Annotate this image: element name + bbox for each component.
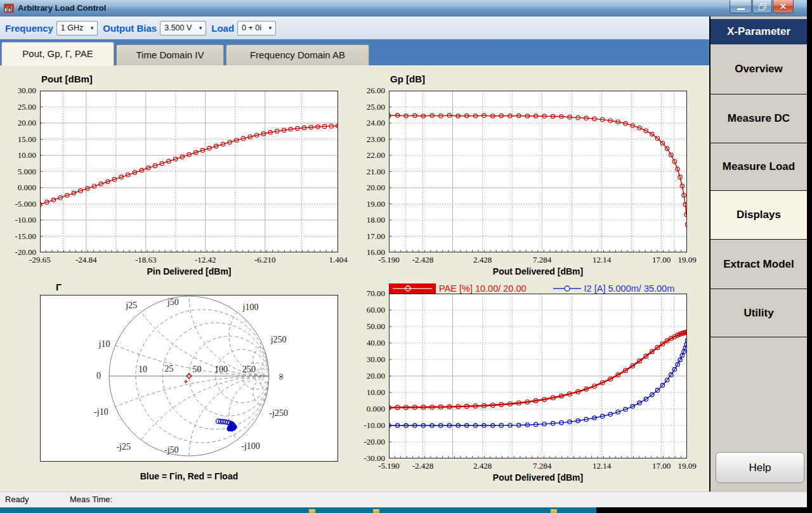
status-meas-time: Meas Time: [70, 495, 112, 504]
y-tick-label: 25.00 [1, 102, 36, 112]
smith-grid-label: j25 [126, 301, 137, 311]
y-tick-label: 40.00 [350, 338, 385, 348]
y-tick-label: 50.00 [350, 321, 385, 332]
pae-chart-legend: PAE [%] 10.00/ 20.00 I2 [A] 5.000m/ 35.0… [389, 283, 674, 294]
y-tick-label: 26.00 [350, 86, 385, 96]
tab-strip: Pout, Gp, Γ, PAE Time Domain IV Frequenc… [0, 39, 709, 65]
smith-grid-label: -j100 [241, 441, 260, 451]
sidebar-item-overview[interactable]: Overview [710, 44, 807, 94]
sidebar-item-displays[interactable]: Displays [710, 190, 807, 239]
gp-chart-title: Gp [dB] [390, 74, 425, 84]
x-tick-label: -29.65 [20, 255, 60, 265]
restore-button[interactable] [752, 0, 772, 13]
y-tick-label: 60.00 [350, 305, 385, 315]
chevron-down-icon: ▼ [198, 25, 203, 31]
y-tick-label: 20.00 [350, 371, 385, 381]
smith-grid-label: j10 [98, 339, 110, 349]
x-axis-title: Pin Delivered [dBm] [40, 266, 338, 276]
y-tick-label: 20.00 [1, 118, 36, 128]
tab-frequency-domain-ab[interactable]: Frequency Domain AB [226, 44, 369, 65]
y-tick-label: 23.00 [350, 134, 385, 145]
minimize-icon [737, 8, 745, 10]
pae-i2-chart [389, 294, 687, 458]
x-tick-label: 19.09 [667, 461, 707, 471]
y-tick-label: -5.000 [1, 199, 36, 209]
pae-legend-swatch [389, 283, 436, 294]
x-tick-label: 2.428 [462, 255, 503, 265]
gamma-chart-title: Γ [56, 282, 62, 292]
frequency-label: Frequency [5, 23, 53, 34]
smith-grid-label: j100 [243, 302, 259, 313]
x-tick-label: 7.284 [522, 461, 563, 471]
tab-time-domain-iv[interactable]: Time Domain IV [116, 44, 224, 65]
smith-grid-label: -j50 [164, 445, 179, 455]
x-tick-label: -6.210 [245, 255, 285, 265]
chevron-down-icon: ▼ [268, 25, 273, 31]
app-icon [4, 3, 14, 13]
y-tick-label: 15.00 [1, 134, 36, 145]
smith-grid-label: -j25 [116, 442, 131, 452]
restore-icon [759, 3, 766, 10]
smith-grid-label: 10 [138, 365, 147, 375]
sidebar-item-utility[interactable]: Utility [710, 289, 807, 337]
load-select[interactable]: 0 + 0i ▼ [237, 21, 276, 36]
taskbar-folder-icon [551, 509, 557, 513]
x-axis-title: Pout Delivered [dBm] [389, 472, 687, 483]
smith-grid-label: ∞ [276, 373, 286, 380]
x-tick-label: -12.42 [185, 255, 226, 265]
x-tick-label: -2.428 [403, 461, 443, 471]
y-tick-label: 0.000 [350, 404, 385, 414]
tab-pout-gp-gamma-pae[interactable]: Pout, Gp, Γ, PAE [1, 42, 114, 66]
smith-grid-label: 0 [96, 371, 101, 381]
sidebar-item-measure-load[interactable]: Measure Load [710, 143, 807, 190]
pae-legend-label: PAE [%] 10.00/ 20.00 [439, 283, 527, 294]
x-tick-label: -24.84 [66, 255, 107, 265]
output-bias-select[interactable]: 3.500 V ▼ [160, 21, 206, 36]
status-bar: Ready Meas Time: [0, 491, 807, 507]
pout-chart-title: Pout [dBm] [41, 74, 93, 84]
smith-grid-label: 25 [165, 364, 174, 374]
i2-legend-swatch [553, 283, 581, 294]
smith-grid-label: -j10 [94, 407, 108, 417]
x-axis-title: Pout Delivered [dBm] [389, 266, 687, 276]
sidebar-item-measure-dc[interactable]: Measure DC [710, 94, 807, 143]
y-tick-label: 25.00 [350, 102, 385, 112]
sidebar-header: X-Parameter [710, 19, 807, 44]
smith-chart [40, 295, 338, 462]
status-ready: Ready [5, 495, 29, 504]
minimize-button[interactable] [730, 0, 752, 13]
taskbar-folder-icon [309, 509, 315, 513]
y-tick-label: -10.00 [1, 215, 36, 225]
y-tick-label: 30.00 [1, 86, 36, 96]
taskbar-folder-icon [373, 509, 379, 513]
close-button[interactable]: ✕ [773, 0, 794, 13]
x-tick-label: 12.14 [582, 461, 622, 471]
y-tick-label: 19.00 [350, 199, 385, 209]
y-tick-label: 30.00 [350, 354, 385, 365]
title-bar: Arbitrary Load Control ✕ [0, 0, 807, 17]
chevron-down-icon: ▼ [89, 25, 95, 31]
x-tick-label: 2.428 [462, 461, 503, 471]
smith-caption: Blue = Γin, Red = Γload [40, 471, 338, 481]
close-icon: ✕ [780, 3, 787, 11]
y-tick-label: -10.00 [350, 420, 385, 431]
smith-grid-label: 100 [214, 365, 228, 375]
y-tick-label: 24.00 [350, 118, 385, 128]
load-label: Load [211, 23, 234, 34]
y-tick-label: -20.00 [350, 437, 385, 447]
y-tick-label: 22.00 [350, 150, 385, 160]
x-tick-label: -18.63 [126, 255, 166, 265]
help-button[interactable]: Help [716, 452, 804, 483]
x-tick-label: 7.284 [522, 255, 563, 265]
sidebar-item-extract-model[interactable]: Extract Model [710, 239, 807, 289]
y-tick-label: 21.00 [350, 167, 385, 177]
y-tick-label: 10.00 [1, 150, 36, 160]
y-tick-label: 20.00 [350, 183, 385, 193]
smith-grid-label: -j250 [269, 408, 288, 419]
output-bias-label: Output Bias [103, 23, 157, 34]
frequency-select[interactable]: 1 GHz ▼ [56, 21, 98, 36]
y-tick-label: 18.00 [350, 215, 385, 225]
i2-legend-label: I2 [A] 5.000m/ 35.00m [584, 283, 675, 294]
smith-grid-label: j250 [271, 335, 287, 345]
x-tick-label: -2.428 [403, 255, 443, 265]
